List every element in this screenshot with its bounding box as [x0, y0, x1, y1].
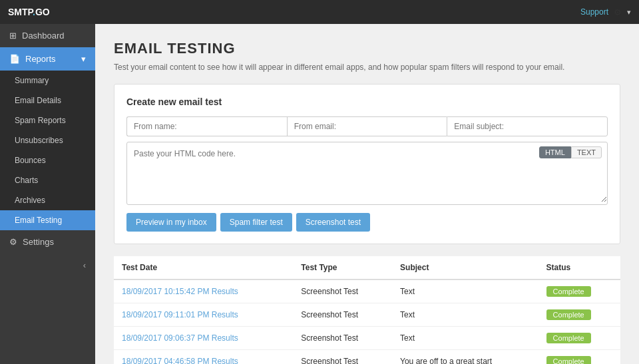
cell-status: Complete [538, 350, 620, 365]
from-email-input[interactable] [287, 116, 447, 136]
reports-left: 📄 Reports [9, 54, 56, 64]
textarea-toolbar: HTML TEXT [539, 146, 602, 158]
sidebar-subitem-email-testing[interactable]: Email Testing [0, 210, 95, 230]
logo-text: SMTP.GO [8, 7, 50, 17]
cell-type: Screenshot Test [293, 327, 392, 350]
status-badge: Complete [546, 356, 591, 364]
table-row: 18/09/2017 04:46:58 PM Results Screensho… [114, 350, 620, 365]
reports-label: Reports [25, 54, 56, 64]
preview-inbox-button[interactable]: Preview in my inbox [126, 213, 216, 232]
col-header-subject: Subject [392, 256, 538, 279]
collapse-icon: ‹ [83, 260, 86, 270]
cell-type: Screenshot Test [293, 350, 392, 365]
sidebar-subitem-spam-reports[interactable]: Spam Reports [0, 110, 95, 130]
html-code-textarea[interactable]: Paste your HTML code here. [127, 142, 607, 202]
status-badge: Complete [546, 286, 591, 297]
cell-subject: You are off to a great start [392, 350, 538, 365]
date-link[interactable]: 18/09/2017 09:11:01 PM Results [122, 310, 238, 319]
reports-submenu: Summary Email Details Spam Reports Unsub… [0, 71, 95, 230]
html-tab-btn[interactable]: HTML [539, 146, 571, 158]
reports-icon: 📄 [9, 54, 20, 64]
sidebar-subitem-charts[interactable]: Charts [0, 170, 95, 190]
cell-subject: Text [392, 303, 538, 327]
sidebar-item-settings[interactable]: ⚙ Settings [0, 230, 95, 254]
page-title: EMAIL TESTING [114, 40, 620, 57]
html-textarea-wrapper: HTML TEXT Paste your HTML code here. [126, 142, 608, 205]
cell-status: Complete [538, 279, 620, 303]
date-link[interactable]: 18/09/2017 04:46:58 PM Results [122, 357, 238, 364]
logo-dot: . [33, 7, 35, 17]
status-badge: Complete [546, 309, 591, 320]
sidebar-item-settings-label: Settings [23, 237, 54, 247]
date-link[interactable]: 18/09/2017 10:15:42 PM Results [122, 287, 238, 296]
table-row: 18/09/2017 10:15:42 PM Results Screensho… [114, 279, 620, 303]
sidebar-item-dashboard[interactable]: ⊞ Dashboard [0, 24, 95, 47]
email-subject-input[interactable] [447, 116, 608, 136]
table-header-row: Test Date Test Type Subject Status [114, 256, 620, 279]
support-icon: ⚙ [614, 7, 622, 17]
cell-date: 18/09/2017 04:46:58 PM Results [114, 350, 293, 365]
sidebar-subitem-bounces[interactable]: Bounces [0, 150, 95, 170]
col-header-status: Status [538, 256, 620, 279]
cell-status: Complete [538, 327, 620, 350]
sidebar: ⊞ Dashboard 📄 Reports ▾ Summary Email De… [0, 24, 95, 364]
dashboard-icon: ⊞ [9, 31, 17, 41]
col-header-test-date: Test Date [114, 256, 293, 279]
sidebar-subitem-summary[interactable]: Summary [0, 71, 95, 91]
main-layout: ⊞ Dashboard 📄 Reports ▾ Summary Email De… [0, 24, 639, 364]
text-tab-btn[interactable]: TEXT [571, 146, 602, 158]
top-bar-right: Support ⚙ ▾ [580, 7, 631, 17]
cell-status: Complete [538, 303, 620, 327]
sidebar-subitem-unsubscribes[interactable]: Unsubscribes [0, 130, 95, 150]
cell-type: Screenshot Test [293, 303, 392, 327]
settings-icon: ⚙ [9, 237, 17, 247]
screenshot-test-button[interactable]: Screenshot test [296, 213, 370, 232]
from-name-input[interactable] [126, 116, 287, 136]
spam-filter-test-button[interactable]: Spam filter test [220, 213, 292, 232]
logo: SMTP.GO [8, 7, 50, 17]
date-link[interactable]: 18/09/2017 09:06:37 PM Results [122, 333, 238, 343]
top-bar: SMTP.GO Support ⚙ ▾ [0, 0, 639, 24]
cell-subject: Text [392, 279, 538, 303]
cell-date: 18/09/2017 09:11:01 PM Results [114, 303, 293, 327]
sidebar-subitem-email-details[interactable]: Email Details [0, 91, 95, 110]
cell-date: 18/09/2017 10:15:42 PM Results [114, 279, 293, 303]
support-link[interactable]: Support [580, 7, 608, 17]
sidebar-collapse-btn[interactable]: ‹ [0, 254, 95, 277]
cell-type: Screenshot Test [293, 279, 392, 303]
action-buttons-row: Preview in my inbox Spam filter test Scr… [126, 213, 608, 232]
form-row-1 [126, 116, 608, 136]
reports-arrow: ▾ [81, 54, 86, 64]
content-area: EMAIL TESTING Test your email content to… [95, 24, 639, 364]
results-table: Test Date Test Type Subject Status 18/09… [114, 256, 620, 364]
table-row: 18/09/2017 09:11:01 PM Results Screensho… [114, 303, 620, 327]
table-row: 18/09/2017 09:06:37 PM Results Screensho… [114, 327, 620, 350]
cell-date: 18/09/2017 09:06:37 PM Results [114, 327, 293, 350]
status-badge: Complete [546, 333, 591, 343]
sidebar-item-dashboard-label: Dashboard [22, 31, 65, 41]
sidebar-item-reports[interactable]: 📄 Reports ▾ [0, 47, 95, 71]
col-header-test-type: Test Type [293, 256, 392, 279]
sidebar-subitem-archives[interactable]: Archives [0, 190, 95, 210]
card-title: Create new email test [126, 96, 608, 107]
create-email-test-card: Create new email test HTML TEXT Paste yo… [114, 84, 620, 244]
page-subtitle: Test your email content to see how it wi… [114, 63, 620, 72]
top-bar-dropdown-arrow[interactable]: ▾ [627, 8, 631, 17]
cell-subject: Text [392, 327, 538, 350]
